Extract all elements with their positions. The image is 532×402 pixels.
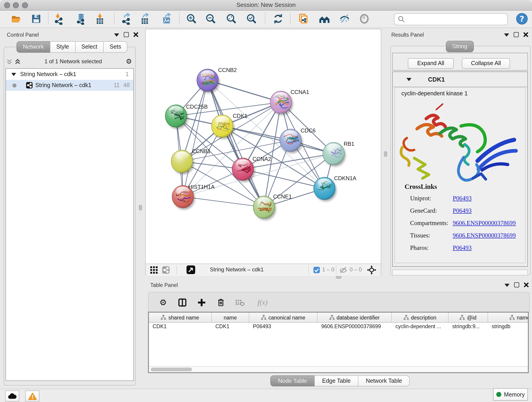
section-collapse-icon[interactable]: [406, 77, 412, 81]
column-header[interactable]: @id: [449, 313, 488, 322]
left-splitter-handle[interactable]: [139, 205, 142, 211]
expand-all-button[interactable]: Expand All: [408, 58, 454, 69]
fit-content-crosshair-icon[interactable]: [367, 265, 376, 274]
table-cell[interactable]: CDK1: [149, 323, 212, 331]
tab-sets[interactable]: Sets: [103, 41, 128, 53]
column-header[interactable]: database identifier: [317, 313, 392, 322]
tab-style[interactable]: Style: [50, 41, 76, 53]
network-view-canvas[interactable]: CCNB2CCNA1CDC25BCDK1CDC6RB1CCNB1CCNA2CDK…: [145, 29, 381, 275]
selected-nodes-edges-count: 1 – 0: [322, 266, 334, 273]
network-row[interactable]: String Network – cdk1 11 48: [6, 80, 133, 91]
table-type-tabs: Node TableEdge TableNetwork Table: [270, 375, 410, 386]
crosslink-label: Tissues:: [410, 232, 453, 239]
import-network-icon[interactable]: [53, 13, 65, 25]
crosslink-value[interactable]: 9606.ENSP00000378699: [453, 219, 516, 227]
grid-view-icon[interactable]: [150, 266, 158, 274]
float-panel-icon[interactable]: [514, 282, 519, 287]
show-columns-icon[interactable]: [178, 298, 187, 307]
crosslink-value[interactable]: P06493: [453, 195, 472, 202]
tab-node-table[interactable]: Node Table: [270, 375, 315, 386]
crosslink-label: GeneCard:: [410, 207, 453, 214]
search-input[interactable]: [406, 14, 505, 24]
table-cell[interactable]: CDK1: [212, 323, 249, 331]
float-panel-icon[interactable]: [514, 32, 519, 37]
cloud-button[interactable]: [5, 390, 19, 402]
selected-items-checkbox-icon[interactable]: [313, 267, 320, 273]
gene-section-header[interactable]: CDK1: [393, 72, 527, 87]
table-cell[interactable]: stringdb:9...: [449, 323, 488, 331]
tab-string[interactable]: String: [446, 41, 474, 52]
scrollbar-thumb[interactable]: [151, 368, 192, 371]
zoom-out-icon[interactable]: [205, 13, 217, 25]
tab-network-table[interactable]: Network Table: [358, 375, 410, 386]
save-session-icon[interactable]: [30, 13, 42, 25]
shared-column-icon: [161, 315, 166, 320]
hide-panel-eye-icon[interactable]: [339, 13, 351, 25]
zoom-fit-icon[interactable]: [225, 13, 237, 25]
network-edge[interactable]: [222, 126, 334, 153]
network-graph[interactable]: CCNB2CCNA1CDC25BCDK1CDC6RB1CCNB1CCNA2CDK…: [146, 29, 381, 264]
show-panel-eye-icon[interactable]: [358, 13, 370, 25]
collapse-all-icon[interactable]: [6, 58, 12, 64]
column-header[interactable]: namespace: [488, 313, 529, 322]
close-panel-icon[interactable]: [523, 32, 528, 37]
tab-select[interactable]: Select: [75, 41, 104, 53]
float-panel-icon[interactable]: [124, 32, 129, 37]
export-image-icon[interactable]: [161, 13, 173, 25]
crosslink-value[interactable]: P06493: [453, 207, 472, 214]
collection-expand-icon[interactable]: [12, 73, 16, 76]
birdseye-view-icon[interactable]: [186, 265, 195, 274]
horizontal-scrollbar[interactable]: [149, 366, 528, 372]
home-icon[interactable]: [318, 13, 330, 25]
network-edge[interactable]: [208, 80, 264, 207]
network-node-rb1[interactable]: [323, 142, 346, 167]
network-collection-row[interactable]: String Network – cdk1 1: [6, 69, 133, 80]
network-snapshot-icon[interactable]: [298, 13, 310, 25]
table-row[interactable]: CDK1CDK1P064939606.ENSP00000378699cyclin…: [149, 323, 528, 331]
open-file-icon[interactable]: [10, 13, 22, 25]
network-edge[interactable]: [243, 169, 324, 188]
crosslink-value[interactable]: 9606.ENSP00000378699: [453, 232, 516, 239]
network-options-gear-icon[interactable]: ⚙: [126, 57, 132, 65]
network-node-ccna1[interactable]: [270, 91, 293, 115]
delete-column-icon[interactable]: [216, 298, 225, 307]
network-node-cdk1[interactable]: [211, 115, 234, 139]
node-label-cdkn1a: CDKN1A: [334, 175, 356, 181]
table-cell[interactable]: P06493: [249, 323, 317, 331]
help-icon[interactable]: ?: [516, 13, 528, 25]
tab-network[interactable]: Network: [17, 41, 51, 53]
table-cell[interactable]: cyclin-dependent ...: [392, 323, 449, 331]
zoom-selected-icon[interactable]: [246, 13, 258, 25]
expand-all-icon[interactable]: [15, 58, 21, 64]
table-cell[interactable]: 9606.ENSP00000378699: [317, 323, 392, 331]
collapse-all-button[interactable]: Collapse All: [462, 58, 510, 69]
tab-edge-table[interactable]: Edge Table: [314, 375, 359, 386]
table-options-gear-icon[interactable]: ⚙: [158, 298, 168, 307]
network-edge[interactable]: [183, 197, 264, 207]
add-column-icon[interactable]: [197, 298, 206, 307]
export-table-icon[interactable]: [139, 13, 151, 25]
right-splitter-handle[interactable]: [384, 151, 387, 157]
column-header[interactable]: description: [392, 313, 449, 322]
panel-menu-icon[interactable]: [504, 33, 509, 36]
column-header[interactable]: canonical name: [249, 313, 317, 322]
network-view-type-icon[interactable]: [162, 266, 170, 274]
crosslink-value[interactable]: P06493: [453, 244, 472, 251]
column-header[interactable]: shared name: [149, 313, 212, 322]
zoom-in-icon[interactable]: [186, 13, 197, 25]
column-header[interactable]: name: [212, 313, 249, 322]
panel-menu-icon[interactable]: [114, 33, 119, 36]
node-label-cdc25b: CDC25B: [186, 104, 208, 110]
close-panel-icon[interactable]: [524, 282, 529, 287]
import-network-from-database-icon[interactable]: [75, 13, 87, 25]
panel-menu-icon[interactable]: [505, 283, 510, 287]
crosslink-label: Uniprot:: [410, 195, 453, 202]
memory-button[interactable]: Memory: [493, 388, 528, 401]
refresh-icon[interactable]: [272, 13, 284, 25]
collection-label: String Network – cdk1: [20, 71, 76, 77]
export-network-icon[interactable]: [120, 13, 133, 25]
table-cell[interactable]: stringdb: [488, 323, 529, 331]
close-panel-icon[interactable]: [133, 32, 138, 37]
import-table-icon[interactable]: [94, 13, 106, 25]
warnings-button[interactable]: !: [25, 390, 39, 402]
